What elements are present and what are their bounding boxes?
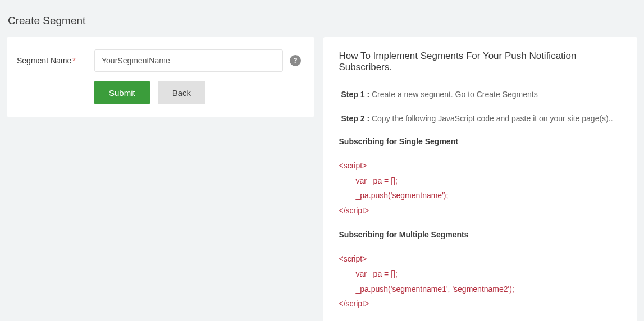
step-1-text: Create a new segment. Go to Create Segme… [369,90,538,99]
code-line: </script> [339,203,622,218]
step-2-label: Step 2 : [341,114,370,123]
segment-name-label-text: Segment Name [17,56,71,65]
step-1: Step 1 : Create a new segment. Go to Cre… [341,89,622,100]
step-2-text: Copy the following JavaScript code and p… [369,114,613,123]
segment-name-input[interactable] [94,49,283,72]
code-line: _pa.push('segmentname'); [339,188,622,203]
submit-button[interactable]: Submit [94,81,150,104]
code-line: var _pa = []; [339,173,622,189]
code-line: </script> [339,296,622,311]
step-1-label: Step 1 : [341,90,370,99]
segment-name-label: Segment Name* [17,56,94,65]
create-segment-form: Segment Name* ? Submit Back [7,37,314,117]
single-segment-header: Subscribing for Single Segment [339,137,622,146]
code-line: <script> [339,251,622,267]
code-line: _pa.push('segmentname1', 'segmentname2')… [339,282,622,297]
code-line: <script> [339,158,622,173]
step-2: Step 2 : Copy the following JavaScript c… [341,113,622,125]
instructions-title: How To Implement Segments For Your Push … [339,51,622,73]
instructions-panel: How To Implement Segments For Your Push … [323,37,638,321]
code-multi-segment: <script> var _pa = []; _pa.push('segment… [339,251,622,311]
required-asterisk: * [72,56,75,65]
multi-segment-header: Subscribing for Multiple Segments [339,230,622,239]
back-button[interactable]: Back [158,81,205,104]
page-title: Create Segment [7,15,637,27]
code-single-segment: <script> var _pa = []; _pa.push('segment… [339,158,622,218]
code-line: var _pa = []; [339,267,622,282]
help-icon[interactable]: ? [290,55,301,66]
